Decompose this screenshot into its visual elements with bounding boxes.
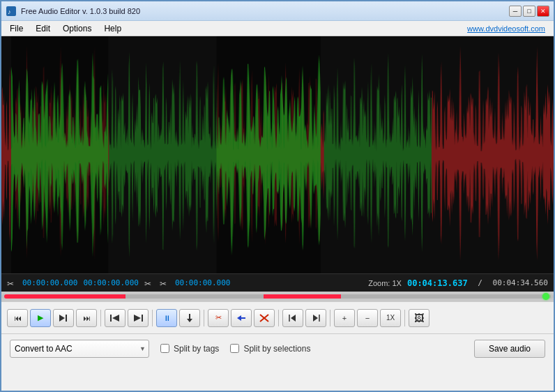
svg-marker-12 — [187, 319, 192, 322]
start-time-display: 00:00:00.000 — [22, 278, 77, 287]
menu-items: File Edit Options Help — [4, 22, 127, 35]
scissors-mid-icon: ✂ — [144, 278, 154, 288]
svg-marker-5 — [59, 315, 65, 322]
waveform-canvas[interactable] — [1, 36, 554, 273]
scissors-start-icon: ✂ — [7, 278, 17, 288]
window-title: Free Audio Editor v. 1.0.3 build 820 — [21, 7, 140, 15]
separator-5 — [330, 310, 330, 326]
image-button[interactable]: 🖼 — [409, 309, 429, 327]
website-link[interactable]: www.dvdvideosoft.com — [467, 24, 551, 33]
volume-1x-button[interactable]: 1X — [380, 309, 401, 327]
end-time-display: 00:00:00.000 — [83, 278, 138, 287]
split-by-tags-group: Split by tags — [160, 344, 219, 354]
svg-text:✂: ✂ — [160, 279, 167, 288]
svg-marker-8 — [112, 315, 119, 322]
waveform-container[interactable] — [1, 36, 554, 273]
format-select[interactable]: Convert to AAC Convert to MP3 Convert to… — [10, 340, 149, 358]
split-by-tags-checkbox[interactable] — [160, 344, 169, 353]
split-by-selections-group: Split by selections — [230, 344, 310, 354]
prev-track-button[interactable] — [105, 309, 126, 327]
separator-3 — [204, 310, 204, 326]
progress-bar-container[interactable] — [1, 292, 554, 301]
svg-marker-10 — [134, 315, 141, 322]
scissors-mid2-icon: ✂ — [160, 278, 169, 288]
svg-text:✂: ✂ — [144, 279, 151, 288]
menu-help[interactable]: Help — [98, 22, 127, 35]
timeline-bar: ✂ 00:00:00.000 00:00:00.000 ✂ ✂ 00:00:00… — [1, 273, 554, 292]
separator-6 — [404, 310, 405, 326]
time-separator: / — [473, 278, 487, 287]
split-by-selections-label: Split by selections — [243, 344, 310, 354]
menu-edit[interactable]: Edit — [30, 22, 56, 35]
svg-marker-13 — [237, 315, 245, 321]
pause-button[interactable]: ⏸ — [156, 309, 177, 327]
next-track-button[interactable] — [128, 309, 149, 327]
split-by-tags-label: Split by tags — [174, 344, 219, 354]
current-time-display: 00:04:13.637 — [407, 278, 468, 288]
clip-time-display: 00:00:00.000 — [175, 278, 230, 287]
copy-right-button[interactable] — [231, 309, 252, 327]
separator-2 — [152, 310, 153, 326]
svg-marker-17 — [291, 315, 296, 322]
forward-to-end-button[interactable]: ⏭ — [76, 309, 97, 327]
close-button[interactable]: ✕ — [537, 6, 549, 17]
next-marker-button[interactable] — [305, 309, 326, 327]
title-bar: ♪ Free Audio Editor v. 1.0.3 build 820 ─… — [1, 1, 554, 21]
volume-down-button[interactable]: − — [357, 309, 378, 327]
zoom-label: Zoom: 1X — [368, 279, 402, 287]
window-controls: ─ □ ✕ — [509, 6, 549, 17]
cut-button[interactable]: ✂ — [208, 309, 229, 327]
play-selection-button[interactable] — [53, 309, 74, 327]
mark-down-button[interactable] — [179, 309, 200, 327]
separator-4 — [278, 310, 279, 326]
split-by-selections-checkbox[interactable] — [230, 344, 239, 353]
maximize-button[interactable]: □ — [523, 6, 535, 17]
bottom-bar: Convert to AAC Convert to MP3 Convert to… — [1, 333, 554, 363]
delete-button[interactable] — [254, 309, 275, 327]
app-icon: ♪ — [6, 6, 17, 17]
controls-bar: ⏮ ▶ ⏭ ⏸ ✂ — [1, 301, 554, 333]
menu-options[interactable]: Options — [57, 22, 97, 35]
prev-marker-button[interactable] — [282, 309, 303, 327]
menu-bar: File Edit Options Help www.dvdvideosoft.… — [1, 21, 554, 36]
svg-marker-19 — [313, 315, 318, 322]
separator-1 — [100, 310, 101, 326]
volume-up-button[interactable]: + — [334, 309, 355, 327]
save-audio-button[interactable]: Save audio — [474, 340, 545, 358]
menu-file[interactable]: File — [4, 22, 29, 35]
format-select-wrapper: Convert to AAC Convert to MP3 Convert to… — [10, 340, 149, 358]
total-time-display: 00:04:34.560 — [493, 278, 548, 287]
svg-text:✂: ✂ — [7, 279, 14, 288]
minimize-button[interactable]: ─ — [509, 6, 522, 17]
play-button[interactable]: ▶ — [30, 309, 51, 327]
rewind-to-start-button[interactable]: ⏮ — [7, 309, 28, 327]
svg-text:♪: ♪ — [8, 8, 11, 15]
